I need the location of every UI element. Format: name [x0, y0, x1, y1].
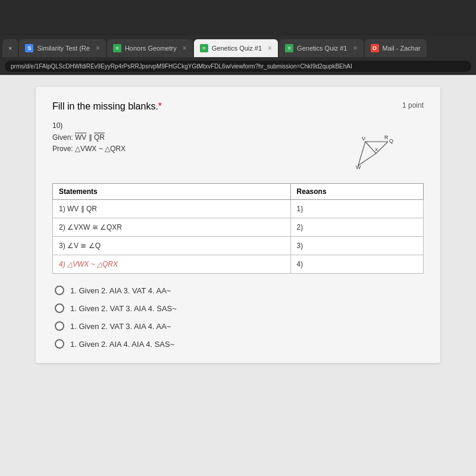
tab-close-similarity[interactable]: ×: [96, 44, 100, 52]
answer-option-3[interactable]: 1. Given 2. VAT 3. AIA 4. AA~: [55, 321, 424, 331]
statement-2: 2) ∠VXW ≅ ∠QXR: [53, 218, 291, 237]
tab-mail[interactable]: O Mail - Zachar: [365, 39, 427, 57]
radio-2[interactable]: [55, 303, 64, 313]
tab-icon-mail: O: [371, 44, 379, 52]
tab-genetics-quiz-2[interactable]: ≡ Genetics Quiz #1 ×: [279, 39, 363, 57]
tab-close-honors[interactable]: ×: [183, 44, 187, 52]
question-body: 10) Given: WV ∥ QR Prove: △VWX ~ △QRX R …: [52, 121, 424, 274]
radio-3[interactable]: [55, 321, 64, 331]
tab-label-genetics-active: Genetics Quiz #1: [212, 45, 262, 52]
tab-icon-honors: ≡: [113, 44, 121, 52]
reason-2: 2): [290, 218, 423, 237]
tab-label-genetics-2: Genetics Quiz #1: [297, 45, 347, 52]
top-bar: [0, 0, 476, 36]
tab-close-genetics-active[interactable]: ×: [268, 44, 272, 52]
statement-4: 4) △VWX ~ △QRX: [53, 255, 291, 274]
radio-4[interactable]: [55, 339, 64, 349]
option-text-1: 1. Given 2. AIA 3. VAT 4. AA~: [70, 286, 171, 295]
table-row: 4) △VWX ~ △QRX 4): [53, 255, 424, 274]
option-text-4: 1. Given 2. AIA 4. AIA 4. SAS~: [70, 340, 174, 349]
tab-icon-genetics-2: ≡: [285, 44, 293, 52]
tab-genetics-quiz-active[interactable]: ≡ Genetics Quiz #1 ×: [194, 39, 278, 57]
statement-3: 3) ∠V ≅ ∠Q: [53, 237, 291, 255]
tab-close-label: ×: [8, 45, 12, 52]
tab-label-mail: Mail - Zachar: [383, 45, 421, 52]
required-star: *: [158, 101, 162, 111]
table-row: 1) WV ∥ QR 1): [53, 200, 424, 218]
reason-1: 1): [290, 200, 423, 218]
answer-option-4[interactable]: 1. Given 2. AIA 4. AIA 4. SAS~: [55, 339, 424, 349]
reason-3: 3): [290, 237, 423, 255]
proof-table: Statements Reasons 1) WV ∥ QR 1) 2) ∠VXW…: [52, 183, 424, 274]
answer-options: 1. Given 2. AIA 3. VAT 4. AA~ 1. Given 2…: [52, 286, 424, 349]
table-header-statements: Statements: [53, 184, 291, 200]
prompt-text: Fill in the missing blanks.: [52, 101, 158, 111]
table-row: 2) ∠VXW ≅ ∠QXR 2): [53, 218, 424, 237]
svg-text:W: W: [356, 164, 361, 170]
question-header: Fill in the missing blanks.* 1 point: [52, 101, 424, 112]
svg-text:Q: Q: [389, 138, 393, 144]
option-text-2: 1. Given 2. VAT 3. AIA 4. SAS~: [70, 304, 177, 313]
question-prompt: Fill in the missing blanks.*: [52, 101, 162, 112]
tab-close-prev[interactable]: ×: [2, 39, 18, 57]
tab-label-honors: Honors Geometry: [125, 45, 177, 52]
browser-chrome: × S Similarity Test (Re × ≡ Honors Geome…: [0, 36, 476, 75]
tab-icon-genetics-active: ≡: [200, 44, 208, 52]
tab-label-similarity: Similarity Test (Re: [37, 45, 89, 52]
tab-similarity-test[interactable]: S Similarity Test (Re ×: [19, 39, 105, 57]
tab-honors-geometry[interactable]: ≡ Honors Geometry ×: [107, 39, 193, 57]
statement-1: 1) WV ∥ QR: [53, 200, 291, 218]
point-value: 1 point: [402, 101, 424, 109]
answer-option-1[interactable]: 1. Given 2. AIA 3. VAT 4. AA~: [55, 286, 424, 295]
tab-icon-similarity: S: [25, 44, 33, 52]
tab-bar: × S Similarity Test (Re × ≡ Honors Geome…: [0, 36, 476, 57]
option-text-3: 1. Given 2. VAT 3. AIA 4. AA~: [70, 322, 171, 331]
triangle-diagram: R X Q V W: [340, 130, 400, 177]
table-header-reasons: Reasons: [290, 184, 423, 200]
page-content: Fill in the missing blanks.* 1 point 10)…: [0, 75, 476, 476]
svg-text:R: R: [384, 134, 389, 140]
question-card: Fill in the missing blanks.* 1 point 10)…: [36, 87, 440, 363]
tab-close-genetics-2[interactable]: ×: [353, 44, 357, 52]
address-bar: [0, 57, 476, 75]
radio-1[interactable]: [55, 286, 64, 295]
answer-option-2[interactable]: 1. Given 2. VAT 3. AIA 4. SAS~: [55, 303, 424, 313]
table-row: 3) ∠V ≅ ∠Q 3): [53, 237, 424, 255]
address-input[interactable]: [5, 61, 471, 72]
question-number: 10): [52, 121, 424, 130]
svg-text:V: V: [362, 136, 365, 142]
reason-4: 4): [290, 255, 423, 274]
svg-marker-0: [358, 142, 376, 165]
svg-text:X: X: [375, 147, 378, 152]
